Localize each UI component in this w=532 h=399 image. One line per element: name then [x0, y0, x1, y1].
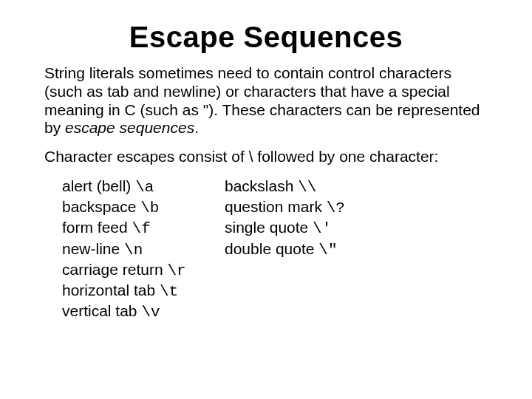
list-item: alert (bell) \a — [62, 177, 225, 197]
escape-code: \f — [132, 220, 151, 237]
escape-code: \r — [167, 262, 185, 279]
escape-label: question mark — [225, 198, 327, 215]
escape-label: backspace — [62, 198, 140, 215]
paragraph-intro: String literals sometimes need to contai… — [44, 64, 488, 137]
escape-code: \t — [160, 283, 178, 300]
escape-label: horizontal tab — [62, 282, 160, 299]
list-item: backslash \\ — [225, 177, 345, 197]
escape-code: \\ — [298, 179, 316, 196]
paragraph-lead: Character escapes consist of \ followed … — [44, 148, 488, 166]
list-item: backspace \b — [62, 197, 225, 218]
escape-code: \" — [318, 242, 337, 259]
list-item: carriage return \r — [62, 260, 225, 281]
escape-code: \b — [140, 200, 159, 216]
escape-col-left: alert (bell) \a backspace \b form feed \… — [62, 177, 225, 323]
escape-label: single quote — [225, 219, 313, 236]
escape-label: backslash — [225, 177, 298, 194]
escape-label: carriage return — [62, 261, 167, 278]
list-item: form feed \f — [62, 218, 225, 239]
escape-code: \a — [135, 179, 154, 196]
list-item: double quote \" — [225, 239, 345, 260]
escape-columns: alert (bell) \a backspace \b form feed \… — [44, 177, 488, 323]
intro-text-c: . — [194, 119, 199, 136]
escape-code: \' — [313, 220, 331, 237]
list-item: horizontal tab \t — [62, 281, 225, 301]
escape-label: form feed — [62, 219, 132, 236]
escape-label: new-line — [62, 240, 124, 257]
escape-code: \n — [124, 242, 143, 259]
list-item: single quote \' — [225, 218, 345, 239]
escape-label: vertical tab — [62, 302, 141, 319]
escape-code: \? — [327, 200, 345, 216]
slide-title: Escape Sequences — [44, 21, 488, 54]
escape-label: alert (bell) — [62, 177, 135, 194]
list-item: vertical tab \v — [62, 301, 225, 322]
intro-text-italic: escape sequences — [65, 119, 194, 136]
list-item: question mark \? — [225, 197, 345, 218]
escape-code: \v — [141, 304, 160, 321]
slide: Escape Sequences String literals sometim… — [0, 0, 532, 323]
list-item: new-line \n — [62, 239, 225, 260]
escape-label: double quote — [225, 240, 318, 257]
escape-col-right: backslash \\ question mark \? single quo… — [225, 177, 345, 323]
